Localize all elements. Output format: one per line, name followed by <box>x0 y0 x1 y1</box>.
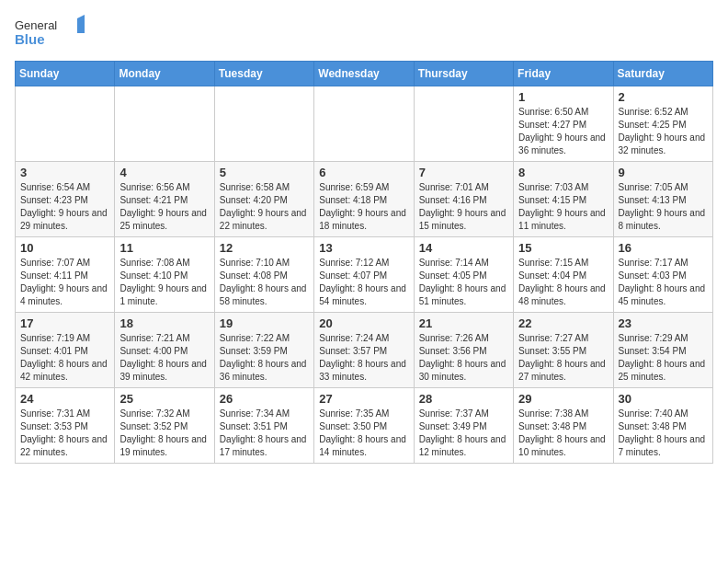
week-row-5: 24Sunrise: 7:31 AM Sunset: 3:53 PM Dayli… <box>16 388 713 464</box>
day-number: 14 <box>419 241 508 255</box>
col-header-monday: Monday <box>115 62 214 86</box>
day-cell: 11Sunrise: 7:08 AM Sunset: 4:10 PM Dayli… <box>115 237 214 313</box>
day-cell: 19Sunrise: 7:22 AM Sunset: 3:59 PM Dayli… <box>214 313 313 388</box>
day-number: 26 <box>220 392 309 406</box>
day-number: 28 <box>419 392 508 406</box>
day-info: Sunrise: 7:29 AM Sunset: 3:54 PM Dayligh… <box>619 332 708 384</box>
day-cell: 20Sunrise: 7:24 AM Sunset: 3:57 PM Dayli… <box>314 313 414 388</box>
day-cell <box>414 86 513 162</box>
day-cell: 27Sunrise: 7:35 AM Sunset: 3:50 PM Dayli… <box>314 388 414 464</box>
day-cell: 25Sunrise: 7:32 AM Sunset: 3:52 PM Dayli… <box>115 388 214 464</box>
day-number: 19 <box>220 316 309 330</box>
day-info: Sunrise: 7:31 AM Sunset: 3:53 PM Dayligh… <box>20 408 109 459</box>
day-cell: 22Sunrise: 7:27 AM Sunset: 3:55 PM Dayli… <box>514 313 613 388</box>
day-info: Sunrise: 7:10 AM Sunset: 4:08 PM Dayligh… <box>220 257 309 308</box>
day-info: Sunrise: 7:37 AM Sunset: 3:49 PM Dayligh… <box>419 408 508 459</box>
day-number: 6 <box>319 166 408 179</box>
day-number: 8 <box>518 166 608 179</box>
day-number: 18 <box>119 316 209 330</box>
day-cell: 21Sunrise: 7:26 AM Sunset: 3:56 PM Dayli… <box>414 313 513 388</box>
logo: General Blue <box>15 15 88 52</box>
day-cell: 18Sunrise: 7:21 AM Sunset: 4:00 PM Dayli… <box>115 313 214 388</box>
day-cell <box>115 86 214 162</box>
day-info: Sunrise: 7:19 AM Sunset: 4:01 PM Dayligh… <box>20 332 109 384</box>
day-number: 4 <box>119 166 209 179</box>
day-info: Sunrise: 7:24 AM Sunset: 3:57 PM Dayligh… <box>319 332 408 384</box>
day-info: Sunrise: 7:15 AM Sunset: 4:04 PM Dayligh… <box>518 257 608 308</box>
day-number: 24 <box>20 392 109 406</box>
day-number: 7 <box>419 166 508 179</box>
day-info: Sunrise: 7:14 AM Sunset: 4:05 PM Dayligh… <box>419 257 508 308</box>
day-number: 11 <box>119 241 209 255</box>
day-info: Sunrise: 6:50 AM Sunset: 4:27 PM Dayligh… <box>518 106 608 157</box>
header: General Blue <box>15 15 713 52</box>
day-cell: 2Sunrise: 6:52 AM Sunset: 4:25 PM Daylig… <box>613 86 712 162</box>
day-cell: 23Sunrise: 7:29 AM Sunset: 3:54 PM Dayli… <box>613 313 712 388</box>
day-cell: 29Sunrise: 7:38 AM Sunset: 3:48 PM Dayli… <box>514 388 613 464</box>
day-info: Sunrise: 6:58 AM Sunset: 4:20 PM Dayligh… <box>220 181 309 233</box>
day-cell: 8Sunrise: 7:03 AM Sunset: 4:15 PM Daylig… <box>514 162 613 237</box>
day-cell: 5Sunrise: 6:58 AM Sunset: 4:20 PM Daylig… <box>214 162 313 237</box>
day-number: 15 <box>518 241 608 255</box>
day-number: 22 <box>518 316 608 330</box>
day-info: Sunrise: 7:22 AM Sunset: 3:59 PM Dayligh… <box>220 332 309 384</box>
day-cell: 7Sunrise: 7:01 AM Sunset: 4:16 PM Daylig… <box>414 162 513 237</box>
day-cell: 3Sunrise: 6:54 AM Sunset: 4:23 PM Daylig… <box>16 162 115 237</box>
day-info: Sunrise: 7:03 AM Sunset: 4:15 PM Dayligh… <box>518 181 608 233</box>
day-number: 23 <box>619 316 708 330</box>
day-info: Sunrise: 6:59 AM Sunset: 4:18 PM Dayligh… <box>319 181 408 233</box>
week-row-2: 3Sunrise: 6:54 AM Sunset: 4:23 PM Daylig… <box>16 162 713 237</box>
day-cell: 17Sunrise: 7:19 AM Sunset: 4:01 PM Dayli… <box>16 313 115 388</box>
day-cell: 4Sunrise: 6:56 AM Sunset: 4:21 PM Daylig… <box>115 162 214 237</box>
day-number: 1 <box>518 90 608 104</box>
day-number: 27 <box>319 392 408 406</box>
day-number: 30 <box>619 392 708 406</box>
col-header-tuesday: Tuesday <box>214 62 313 86</box>
day-cell: 12Sunrise: 7:10 AM Sunset: 4:08 PM Dayli… <box>214 237 313 313</box>
day-number: 2 <box>619 90 708 104</box>
day-cell: 14Sunrise: 7:14 AM Sunset: 4:05 PM Dayli… <box>414 237 513 313</box>
day-info: Sunrise: 7:08 AM Sunset: 4:10 PM Dayligh… <box>119 257 209 308</box>
day-info: Sunrise: 7:26 AM Sunset: 3:56 PM Dayligh… <box>419 332 508 384</box>
day-info: Sunrise: 7:34 AM Sunset: 3:51 PM Dayligh… <box>220 408 309 459</box>
day-info: Sunrise: 7:38 AM Sunset: 3:48 PM Dayligh… <box>518 408 608 459</box>
day-cell <box>16 86 115 162</box>
header-row: SundayMondayTuesdayWednesdayThursdayFrid… <box>16 62 713 86</box>
day-cell: 10Sunrise: 7:07 AM Sunset: 4:11 PM Dayli… <box>16 237 115 313</box>
day-number: 3 <box>20 166 109 179</box>
day-cell: 28Sunrise: 7:37 AM Sunset: 3:49 PM Dayli… <box>414 388 513 464</box>
week-row-3: 10Sunrise: 7:07 AM Sunset: 4:11 PM Dayli… <box>16 237 713 313</box>
day-cell <box>214 86 313 162</box>
day-number: 10 <box>20 241 109 255</box>
day-cell: 9Sunrise: 7:05 AM Sunset: 4:13 PM Daylig… <box>613 162 712 237</box>
svg-text:General: General <box>15 18 57 32</box>
logo-svg: General Blue <box>15 15 88 52</box>
day-cell: 26Sunrise: 7:34 AM Sunset: 3:51 PM Dayli… <box>214 388 313 464</box>
col-header-saturday: Saturday <box>613 62 712 86</box>
day-number: 29 <box>518 392 608 406</box>
day-info: Sunrise: 6:54 AM Sunset: 4:23 PM Dayligh… <box>20 181 109 233</box>
svg-text:Blue: Blue <box>15 31 45 47</box>
col-header-friday: Friday <box>514 62 613 86</box>
day-number: 5 <box>220 166 309 179</box>
day-info: Sunrise: 7:40 AM Sunset: 3:48 PM Dayligh… <box>619 408 708 459</box>
day-number: 12 <box>220 241 309 255</box>
day-number: 25 <box>119 392 209 406</box>
col-header-sunday: Sunday <box>16 62 115 86</box>
day-info: Sunrise: 7:05 AM Sunset: 4:13 PM Dayligh… <box>619 181 708 233</box>
day-info: Sunrise: 7:35 AM Sunset: 3:50 PM Dayligh… <box>319 408 408 459</box>
week-row-4: 17Sunrise: 7:19 AM Sunset: 4:01 PM Dayli… <box>16 313 713 388</box>
day-info: Sunrise: 7:07 AM Sunset: 4:11 PM Dayligh… <box>20 257 109 308</box>
col-header-thursday: Thursday <box>414 62 513 86</box>
day-number: 20 <box>319 316 408 330</box>
day-info: Sunrise: 6:56 AM Sunset: 4:21 PM Dayligh… <box>119 181 209 233</box>
week-row-1: 1Sunrise: 6:50 AM Sunset: 4:27 PM Daylig… <box>16 86 713 162</box>
day-number: 16 <box>619 241 708 255</box>
day-number: 21 <box>419 316 508 330</box>
day-info: Sunrise: 6:52 AM Sunset: 4:25 PM Dayligh… <box>619 106 708 157</box>
day-cell: 24Sunrise: 7:31 AM Sunset: 3:53 PM Dayli… <box>16 388 115 464</box>
day-cell: 16Sunrise: 7:17 AM Sunset: 4:03 PM Dayli… <box>613 237 712 313</box>
day-cell <box>314 86 414 162</box>
day-info: Sunrise: 7:01 AM Sunset: 4:16 PM Dayligh… <box>419 181 508 233</box>
day-cell: 13Sunrise: 7:12 AM Sunset: 4:07 PM Dayli… <box>314 237 414 313</box>
